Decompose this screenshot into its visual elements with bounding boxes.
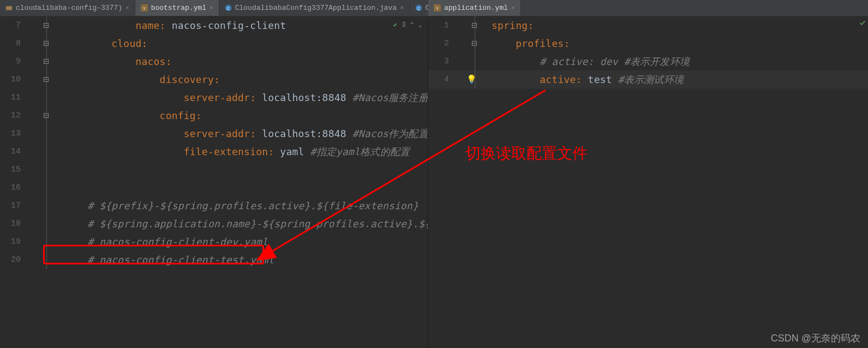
line-number: 8 [0, 39, 27, 48]
tab-cloudalibaba-config-3377-[interactable]: cloudalibaba-config-3377)× [0, 0, 135, 16]
code-content[interactable]: spring: [482, 20, 534, 31]
fold-toggle-icon[interactable] [44, 113, 49, 118]
tab-bootstrap-yml[interactable]: Ybootstrap.yml× [135, 0, 219, 16]
code-line[interactable]: 17 # ${prefix}-${spring.profiles.active}… [0, 197, 428, 215]
gutter-fold[interactable] [27, 125, 53, 143]
tab-label: CloudalibabaConfig3377Application.java [235, 4, 397, 12]
tab-cloudalibabaconfig3377application-java[interactable]: CCloudalibabaConfig3377Application.java× [219, 0, 410, 16]
code-content[interactable]: file-extension: yaml #指定yaml格式的配置 [53, 145, 410, 158]
code-line[interactable]: 3 # active: dev #表示开发环境 [428, 52, 868, 70]
gutter-fold[interactable] [27, 34, 53, 52]
svg-text:Y: Y [436, 6, 439, 11]
gutter-fold[interactable] [456, 34, 482, 52]
line-number: 9 [0, 57, 27, 66]
fold-toggle-icon[interactable] [44, 41, 49, 46]
line-number: 4 [428, 75, 456, 84]
code-content[interactable]: # ${spring.application.name}-${spring.pr… [53, 218, 428, 229]
code-line[interactable]: 18 # ${spring.application.name}-${spring… [0, 215, 428, 233]
line-number: 19 [0, 237, 27, 246]
fold-toggle-icon[interactable] [472, 23, 477, 28]
svg-text:C: C [417, 6, 420, 11]
line-number: 20 [0, 255, 27, 264]
fold-toggle-icon[interactable] [44, 77, 49, 82]
code-content[interactable]: name: nacos-config-client [53, 20, 286, 31]
line-number: 14 [0, 147, 27, 156]
code-line[interactable]: 20 # nacos-config-client-test.yaml [0, 251, 428, 269]
editor-pane-left[interactable]: ✔ 3 ⌃ ⌄ 7 name: nacos-config-client8 clo… [0, 16, 428, 348]
code-line[interactable]: 2 profiles: [428, 34, 868, 52]
line-number: 17 [0, 201, 27, 210]
line-number: 13 [0, 129, 27, 138]
fold-toggle-icon[interactable] [44, 59, 49, 64]
code-content[interactable]: nacos: [53, 56, 172, 67]
code-line[interactable]: 15 [0, 161, 428, 179]
code-line[interactable]: 8 cloud: [0, 34, 428, 52]
tab-bar-right: Yapplication.yml× [428, 0, 868, 16]
gutter-fold[interactable] [27, 16, 53, 34]
code-content[interactable]: # ${prefix}-${spring.profiles.active}.${… [53, 200, 418, 211]
close-icon[interactable]: × [400, 5, 404, 11]
line-number: 2 [428, 39, 456, 48]
code-content[interactable]: # nacos-config-client-dev.yaml [53, 236, 268, 247]
code-content[interactable]: active: test #表示测试环境 [482, 73, 684, 86]
tab-bar-left: cloudalibaba-config-3377)×Ybootstrap.yml… [0, 0, 428, 16]
code-line[interactable]: 12 config: [0, 107, 428, 125]
line-number: 18 [0, 219, 27, 228]
gutter-fold[interactable] [27, 143, 53, 161]
line-number: 10 [0, 75, 27, 84]
close-icon[interactable]: × [209, 5, 213, 11]
code-line[interactable]: 13 server-addr: localhost:8848 #Nacos作为配… [0, 125, 428, 143]
close-icon[interactable]: × [125, 5, 129, 11]
gutter-fold[interactable] [27, 52, 53, 70]
gutter-fold[interactable] [27, 233, 53, 251]
gutter-fold[interactable] [456, 16, 482, 34]
gutter-fold[interactable] [27, 89, 53, 107]
svg-text:C: C [227, 6, 230, 11]
gutter-fold[interactable] [27, 179, 53, 197]
intention-bulb-icon[interactable]: 💡 [466, 74, 477, 85]
fold-toggle-icon[interactable] [472, 41, 477, 46]
gutter-fold[interactable] [27, 251, 53, 269]
code-line[interactable]: 1spring: [428, 16, 868, 34]
tab-label: bootstrap.yml [151, 4, 206, 12]
tab-label: application.yml [444, 4, 508, 12]
code-content[interactable]: profiles: [482, 38, 570, 49]
code-content[interactable]: # active: dev #表示开发环境 [482, 55, 690, 68]
line-number: 3 [428, 57, 456, 66]
tab-label: cloudalibaba-config-3377) [16, 4, 122, 12]
gutter-fold[interactable] [27, 215, 53, 233]
svg-rect-0 [6, 6, 12, 10]
fold-toggle-icon[interactable] [44, 23, 49, 28]
svg-text:Y: Y [143, 6, 146, 11]
code-content[interactable]: # nacos-config-client-test.yaml [53, 254, 274, 266]
code-content[interactable]: server-addr: localhost:8848 #Nacos作为配置中心… [53, 127, 428, 140]
tab-application-yml[interactable]: Yapplication.yml× [428, 0, 521, 16]
code-line[interactable]: 4 active: test #表示测试环境💡 [428, 70, 868, 89]
gutter-fold[interactable] [27, 107, 53, 125]
line-number: 7 [0, 21, 27, 30]
gutter-fold[interactable] [456, 52, 482, 70]
editor-pane-right[interactable]: 1spring:2 profiles:3 # active: dev #表示开发… [428, 16, 868, 348]
line-number: 12 [0, 111, 27, 120]
code-content[interactable]: config: [53, 110, 202, 121]
code-line[interactable]: 14 file-extension: yaml #指定yaml格式的配置 [0, 143, 428, 161]
code-content[interactable]: server-addr: localhost:8848 #Nacos服务注册中心… [53, 91, 428, 104]
editor-split: ✔ 3 ⌃ ⌄ 7 name: nacos-config-client8 clo… [0, 16, 868, 348]
line-number: 16 [0, 183, 27, 192]
line-number: 15 [0, 165, 27, 174]
gutter-fold[interactable] [27, 161, 53, 179]
watermark: CSDN @无奈的码农 [771, 332, 860, 345]
code-line[interactable]: 19 # nacos-config-client-dev.yaml [0, 233, 428, 251]
close-icon[interactable]: × [511, 5, 515, 11]
gutter-fold[interactable] [27, 70, 53, 89]
code-line[interactable]: 11 server-addr: localhost:8848 #Nacos服务注… [0, 89, 428, 107]
line-number: 1 [428, 21, 456, 30]
code-content[interactable]: discovery: [53, 74, 220, 85]
code-line[interactable]: 10 discovery: [0, 70, 428, 89]
code-content[interactable]: cloud: [53, 38, 148, 49]
code-line[interactable]: 16 [0, 179, 428, 197]
code-line[interactable]: 7 name: nacos-config-client [0, 16, 428, 34]
code-line[interactable]: 9 nacos: [0, 52, 428, 70]
line-number: 11 [0, 93, 27, 102]
gutter-fold[interactable] [27, 197, 53, 215]
